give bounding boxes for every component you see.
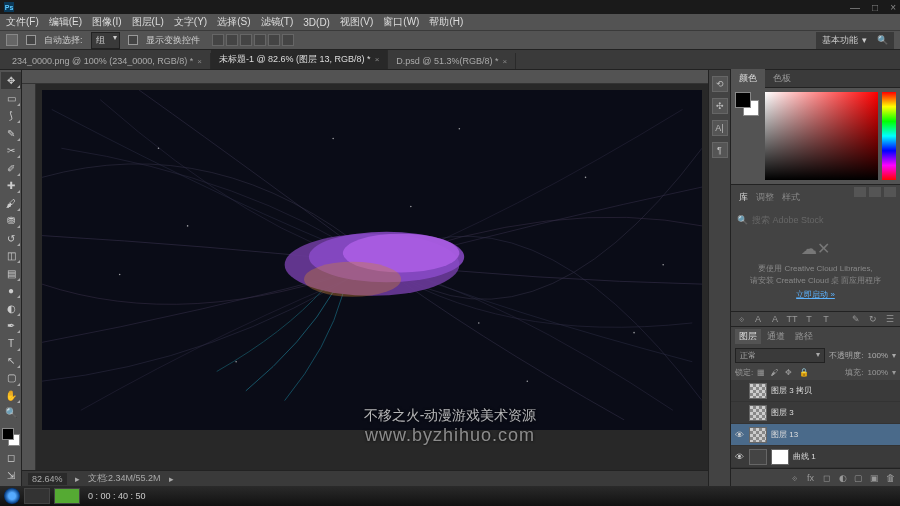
pen-tool[interactable]: ✒: [1, 317, 21, 334]
document-tab[interactable]: D.psd @ 51.3%(RGB/8) *×: [388, 53, 516, 69]
italic-icon[interactable]: A: [769, 313, 781, 325]
color-swatches[interactable]: [0, 426, 21, 449]
close-icon[interactable]: ×: [197, 57, 202, 66]
tab-color[interactable]: 颜色: [731, 69, 765, 88]
group-icon[interactable]: ▢: [853, 472, 864, 483]
type-icon[interactable]: ↻: [867, 313, 879, 325]
zoom-chevron-icon[interactable]: ▸: [75, 474, 80, 484]
menu-3d[interactable]: 3D(D): [303, 17, 330, 28]
layer-row[interactable]: 👁 图层 13: [731, 424, 900, 446]
layer-thumb[interactable]: [749, 449, 767, 465]
lock-position-icon[interactable]: ✥: [785, 368, 795, 378]
zoom-tool[interactable]: 🔍: [1, 404, 21, 421]
path-select-tool[interactable]: ↖: [1, 352, 21, 369]
tab-layers[interactable]: 图层: [735, 329, 761, 344]
mask-icon[interactable]: ◻: [821, 472, 832, 483]
align-icon[interactable]: [268, 34, 280, 46]
blend-mode-dropdown[interactable]: 正常▾: [735, 348, 825, 363]
align-icon[interactable]: [226, 34, 238, 46]
blur-tool[interactable]: ●: [1, 282, 21, 299]
lock-all-icon[interactable]: 🔒: [799, 368, 809, 378]
foreground-color[interactable]: [2, 428, 14, 440]
window-close-button[interactable]: ×: [890, 2, 896, 13]
zoom-input[interactable]: 82.64%: [28, 473, 67, 485]
marquee-tool[interactable]: ▭: [1, 89, 21, 106]
opacity-value[interactable]: 100%: [868, 351, 888, 360]
chevron-right-icon[interactable]: ▸: [169, 474, 174, 484]
trash-icon[interactable]: 🗑: [885, 472, 896, 483]
move-tool[interactable]: ✥: [1, 72, 21, 89]
chevron-down-icon[interactable]: ▾: [892, 351, 896, 360]
layer-name[interactable]: 图层 13: [771, 429, 798, 440]
menu-help[interactable]: 帮助(H): [429, 15, 463, 29]
layer-mask-thumb[interactable]: [771, 449, 789, 465]
taskbar-item[interactable]: [54, 488, 80, 504]
visibility-toggle[interactable]: 👁: [733, 430, 745, 440]
tab-swatches[interactable]: 色板: [765, 69, 799, 88]
view-grid-icon[interactable]: [854, 187, 866, 197]
align-icon[interactable]: [254, 34, 266, 46]
layer-thumb[interactable]: [749, 427, 767, 443]
paragraph-panel-icon[interactable]: ¶: [712, 142, 728, 158]
document-tab[interactable]: 234_0000.png @ 100% (234_0000, RGB/8) *×: [4, 53, 211, 69]
character-panel-icon[interactable]: A|: [712, 120, 728, 136]
menu-edit[interactable]: 编辑(E): [49, 15, 82, 29]
history-panel-icon[interactable]: ⟲: [712, 76, 728, 92]
lib-search[interactable]: 🔍 搜索 Adobe Stock: [737, 214, 894, 227]
canvas[interactable]: [42, 90, 702, 430]
type-icon[interactable]: ✎: [850, 313, 862, 325]
bold-icon[interactable]: A: [752, 313, 764, 325]
start-button[interactable]: [4, 488, 20, 504]
brush-tool[interactable]: 🖌: [1, 194, 21, 211]
dodge-tool[interactable]: ◐: [1, 299, 21, 316]
layer-row[interactable]: 图层 3 拷贝: [731, 380, 900, 402]
link-icon[interactable]: ⟐: [735, 313, 747, 325]
healing-tool[interactable]: ✚: [1, 177, 21, 194]
layer-thumb[interactable]: [749, 405, 767, 421]
fx-icon[interactable]: fx: [805, 472, 816, 483]
caps-icon[interactable]: TT: [786, 313, 798, 325]
workspace-selector[interactable]: 基本功能▾ 🔍: [816, 32, 894, 49]
layer-name[interactable]: 图层 3 拷贝: [771, 385, 812, 396]
lock-paint-icon[interactable]: 🖌: [771, 368, 781, 378]
menu-select[interactable]: 选择(S): [217, 15, 250, 29]
type-tool[interactable]: T: [1, 334, 21, 351]
lib-launch-link[interactable]: 立即启动 »: [796, 289, 835, 301]
type-icon[interactable]: T: [820, 313, 832, 325]
shape-tool[interactable]: ▢: [1, 369, 21, 386]
adjustment-icon[interactable]: ◐: [837, 472, 848, 483]
view-list-icon[interactable]: [869, 187, 881, 197]
ruler-vertical[interactable]: [22, 84, 36, 486]
auto-select-checkbox[interactable]: [26, 35, 36, 45]
show-transform-checkbox[interactable]: [128, 35, 138, 45]
quick-select-tool[interactable]: ✎: [1, 124, 21, 141]
crop-tool[interactable]: ✂: [1, 142, 21, 159]
menu-layer[interactable]: 图层(L): [132, 15, 164, 29]
color-picker[interactable]: [765, 92, 878, 180]
layer-list[interactable]: 图层 3 拷贝 图层 3 👁 图层 13 👁 曲线 1: [731, 380, 900, 468]
layer-row[interactable]: 图层 3: [731, 402, 900, 424]
move-tool-icon[interactable]: [6, 34, 18, 46]
close-icon[interactable]: ×: [502, 57, 507, 66]
close-icon[interactable]: ×: [375, 55, 380, 64]
align-icon[interactable]: [240, 34, 252, 46]
layer-thumb[interactable]: [749, 383, 767, 399]
gradient-tool[interactable]: ▤: [1, 264, 21, 281]
menu-view[interactable]: 视图(V): [340, 15, 373, 29]
menu-image[interactable]: 图像(I): [92, 15, 121, 29]
type-icon[interactable]: ☰: [884, 313, 896, 325]
window-maximize-button[interactable]: □: [872, 2, 878, 13]
align-icon[interactable]: [212, 34, 224, 46]
color-fgbg[interactable]: [731, 88, 761, 184]
auto-select-dropdown[interactable]: 组: [91, 32, 120, 49]
window-minimize-button[interactable]: —: [850, 2, 860, 13]
ruler-horizontal[interactable]: [22, 70, 708, 84]
tab-adjustments[interactable]: 调整: [756, 191, 774, 204]
doc-size-label[interactable]: 文档:2.34M/55.2M: [88, 472, 161, 485]
panel-menu-icon[interactable]: [884, 187, 896, 197]
menu-file[interactable]: 文件(F): [6, 15, 39, 29]
lock-transparency-icon[interactable]: ▦: [757, 368, 767, 378]
layer-name[interactable]: 曲线 1: [793, 451, 816, 462]
tab-channels[interactable]: 通道: [763, 329, 789, 344]
type-icon[interactable]: T: [803, 313, 815, 325]
